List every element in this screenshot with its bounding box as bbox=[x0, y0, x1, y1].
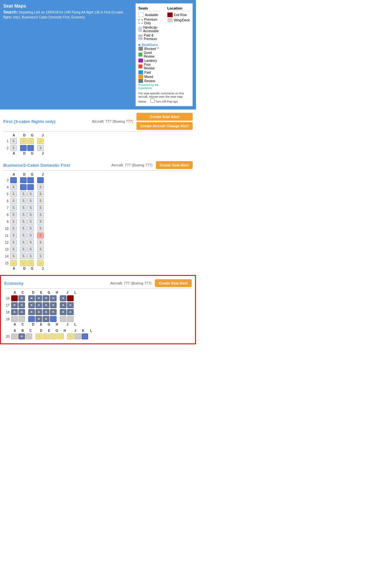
seat-2J[interactable]: 🪑 bbox=[37, 145, 44, 151]
seat-13D[interactable]: 🪑 bbox=[20, 246, 27, 252]
seat-11J[interactable]: 🪑 bbox=[37, 233, 44, 238]
seat-12G[interactable]: 🪑 bbox=[27, 239, 34, 245]
seat-8A[interactable]: 🪑 bbox=[10, 212, 17, 218]
seat-1J[interactable]: ⭐ bbox=[37, 138, 44, 144]
seat-10J[interactable]: 🪑 bbox=[37, 226, 44, 232]
seat-19J[interactable] bbox=[60, 316, 66, 322]
seat-5G[interactable]: 🪑 bbox=[27, 191, 34, 197]
seat-19H[interactable] bbox=[50, 316, 57, 322]
seat-18A[interactable]: ✕ bbox=[11, 309, 18, 315]
seat-14G[interactable]: 🪑 bbox=[27, 253, 34, 259]
economy-create-seat-alert-button[interactable]: Create Seat Alert bbox=[155, 279, 192, 287]
seat-16D[interactable]: ✕ bbox=[28, 295, 35, 301]
seat-20A[interactable] bbox=[11, 333, 18, 339]
seat-1A[interactable]: 🪑 bbox=[10, 138, 17, 144]
seat-12A[interactable]: 🪑 bbox=[10, 239, 17, 245]
seat-20H[interactable]: ⭐ bbox=[57, 333, 64, 339]
seat-9A[interactable]: 🪑 bbox=[10, 219, 17, 225]
seat-13J[interactable]: 🪑 bbox=[37, 246, 44, 252]
seat-11A[interactable]: 🪑 bbox=[10, 233, 17, 238]
seat-9J[interactable]: 🪑 bbox=[37, 219, 44, 225]
seat-18C[interactable]: ✕ bbox=[18, 309, 25, 315]
first-create-aircraft-alert-button[interactable]: Create Aircraft Change Alert bbox=[136, 122, 193, 130]
seat-20E[interactable]: ⭐ bbox=[43, 333, 49, 339]
seat-16J[interactable]: ✕ bbox=[60, 295, 66, 301]
seat-10G[interactable]: 🪑 bbox=[27, 226, 34, 232]
seat-14J[interactable]: 🪑 bbox=[37, 253, 44, 259]
seat-20C[interactable] bbox=[26, 333, 32, 339]
seat-6G[interactable]: 🪑 bbox=[27, 198, 34, 204]
seat-10A[interactable]: 🪑 bbox=[10, 226, 17, 232]
seat-18E[interactable]: ✕ bbox=[36, 309, 42, 315]
seat-6A[interactable]: 🪑 bbox=[10, 198, 17, 204]
seat-8D[interactable]: 🪑 bbox=[20, 212, 27, 218]
seat-3J[interactable] bbox=[37, 177, 44, 183]
seat-15D[interactable]: ⭐ bbox=[20, 260, 27, 266]
seat-4J[interactable]: 🪑 bbox=[37, 184, 44, 190]
seat-14D[interactable]: 🪑 bbox=[20, 253, 27, 259]
seat-6D[interactable]: 🪑 bbox=[20, 198, 27, 204]
seat-4D[interactable] bbox=[20, 184, 27, 190]
first-create-seat-alert-button[interactable]: Create Seat Alert bbox=[136, 113, 193, 121]
seat-2D[interactable] bbox=[20, 145, 27, 151]
seat-13A[interactable]: 🪑 bbox=[10, 246, 17, 252]
seat-17C[interactable]: ✕ bbox=[18, 302, 25, 308]
seat-19G[interactable]: ✕ bbox=[43, 316, 49, 322]
popup-toggle-label[interactable]: Turn Off Pop-ups bbox=[150, 100, 178, 103]
seat-9D[interactable]: 🪑 bbox=[20, 219, 27, 225]
seat-17D[interactable]: ✕ bbox=[28, 302, 35, 308]
seat-3G[interactable] bbox=[27, 177, 34, 183]
seat-20L[interactable] bbox=[82, 333, 88, 339]
popup-checkbox[interactable] bbox=[150, 98, 155, 103]
seat-17L[interactable]: ✕ bbox=[67, 302, 74, 308]
seat-20B[interactable]: ✕ bbox=[18, 333, 25, 339]
seat-18J[interactable]: ✕ bbox=[60, 309, 66, 315]
seat-7J[interactable]: 🪑 bbox=[37, 205, 44, 211]
seat-13G[interactable]: 🪑 bbox=[27, 246, 34, 252]
seat-16C[interactable]: ✕ bbox=[18, 295, 25, 301]
seat-19D[interactable] bbox=[28, 316, 35, 322]
seat-11D[interactable]: 🪑 bbox=[20, 233, 27, 238]
seat-16E[interactable]: ✕ bbox=[36, 295, 42, 301]
seat-20J[interactable]: ⭐ bbox=[67, 333, 74, 339]
seat-5D[interactable]: 🪑 bbox=[20, 191, 27, 197]
seat-16H[interactable]: ✕ bbox=[50, 295, 57, 301]
seat-20D[interactable]: ⭐ bbox=[36, 333, 42, 339]
seat-18G[interactable]: ✕ bbox=[43, 309, 49, 315]
seat-14A[interactable]: 🪑 bbox=[10, 253, 17, 259]
seat-19L[interactable] bbox=[67, 316, 74, 322]
seat-5J[interactable]: 🪑 bbox=[37, 191, 44, 197]
seat-8G[interactable]: 🪑 bbox=[27, 212, 34, 218]
seat-15J[interactable]: ⭐ bbox=[37, 260, 44, 266]
seat-17A[interactable]: ✕ bbox=[11, 302, 18, 308]
seat-7G[interactable]: 🪑 bbox=[27, 205, 34, 211]
seat-19A[interactable] bbox=[11, 316, 18, 322]
seat-7D[interactable]: 🪑 bbox=[20, 205, 27, 211]
seat-18H[interactable]: ✕ bbox=[50, 309, 57, 315]
seat-2G[interactable] bbox=[27, 145, 34, 151]
seat-2A[interactable]: 🪑 bbox=[10, 145, 17, 151]
seat-18D[interactable]: ✕ bbox=[28, 309, 35, 315]
seat-11G[interactable]: 🪑 bbox=[27, 233, 34, 238]
seat-16A[interactable] bbox=[11, 295, 18, 301]
seat-20G[interactable]: ⭐ bbox=[50, 333, 57, 339]
seat-16G[interactable]: ✕ bbox=[43, 295, 49, 301]
seat-17H[interactable]: ✕ bbox=[50, 302, 57, 308]
seat-6J[interactable]: 🪑 bbox=[37, 198, 44, 204]
business-create-seat-alert-button[interactable]: Create Seat Alert bbox=[156, 161, 193, 169]
seat-7A[interactable]: 🪑 bbox=[10, 205, 17, 211]
seat-17G[interactable]: ✕ bbox=[43, 302, 49, 308]
seat-9G[interactable]: 🪑 bbox=[27, 219, 34, 225]
seat-12D[interactable]: 🪑 bbox=[20, 239, 27, 245]
seat-10D[interactable]: 🪑 bbox=[20, 226, 27, 232]
seat-17E[interactable]: ✕ bbox=[36, 302, 42, 308]
seat-4A[interactable]: 🪑 bbox=[10, 184, 17, 190]
seat-4G[interactable] bbox=[27, 184, 34, 190]
seat-20K[interactable] bbox=[74, 333, 81, 339]
seat-3A[interactable] bbox=[10, 177, 17, 183]
seat-15G[interactable]: ⭐ bbox=[27, 260, 34, 266]
seat-1D[interactable]: ⭐ bbox=[20, 138, 27, 144]
seat-16L[interactable] bbox=[67, 295, 74, 301]
seat-19C[interactable] bbox=[18, 316, 25, 322]
seat-19E[interactable]: ✕ bbox=[36, 316, 42, 322]
